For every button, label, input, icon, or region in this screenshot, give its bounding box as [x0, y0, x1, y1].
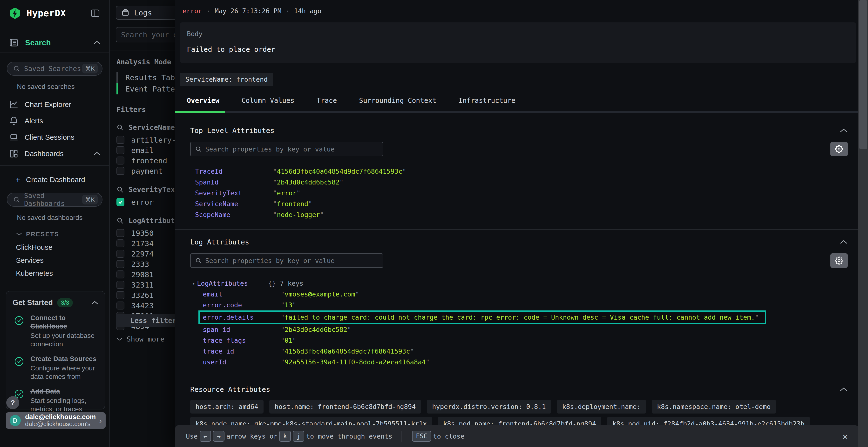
chevron-up-icon[interactable] — [93, 40, 100, 45]
resource-chip[interactable]: hyperdx.distro.version: 0.8.1 — [427, 400, 551, 414]
sidebar-item-services[interactable]: Services — [0, 254, 109, 266]
filter-option[interactable]: artillery-loadgen — [117, 135, 175, 145]
checkbox-unchecked[interactable] — [117, 146, 124, 154]
property-search[interactable] — [190, 253, 383, 268]
filter-option-label: 2333 — [131, 260, 149, 269]
search-section-label: Search — [25, 38, 51, 47]
event-search-input[interactable]: Search your events... — [116, 27, 175, 42]
sidebar-item-clickhouse[interactable]: ClickHouse — [0, 241, 109, 253]
tab-surrounding-context[interactable]: Surrounding Context — [359, 97, 436, 105]
attribute-row[interactable]: SpanId "2b43d0c4dd6bc582" — [190, 177, 848, 187]
resource-chip[interactable]: k8s.namespace.name: otel-demo — [652, 400, 776, 414]
log-attributes-root-row[interactable]: ▾ LogAttributes {} 7 keys — [190, 278, 848, 289]
checkbox-unchecked[interactable] — [117, 250, 124, 258]
tree-expander-icon[interactable]: ▾ — [190, 280, 197, 286]
chevron-up-icon[interactable] — [93, 151, 100, 156]
checkbox-unchecked[interactable] — [117, 291, 124, 299]
filter-option[interactable]: 19350 — [117, 228, 175, 238]
checkbox-checked[interactable] — [117, 198, 124, 206]
attribute-row[interactable]: userId "92a55156-39a4-11f0-8ddd-a2eca416… — [190, 357, 848, 368]
checkbox-unchecked[interactable] — [117, 136, 124, 144]
saved-dashboards-input[interactable]: Saved Dashboards ⌘K — [7, 193, 102, 207]
property-search-input[interactable] — [205, 257, 378, 265]
attributes-settings-button[interactable] — [830, 253, 848, 268]
get-started-item-connect[interactable]: Connect to ClickHouse Set up your databa… — [12, 314, 98, 348]
sidebar-item-search[interactable]: Search — [0, 35, 109, 50]
tab-trace[interactable]: Trace — [317, 97, 337, 105]
filter-option[interactable]: payment — [117, 166, 175, 176]
tab-column-values[interactable]: Column Values — [242, 97, 294, 105]
less-filters-button[interactable]: Less filters — [116, 314, 175, 327]
resource-chip[interactable]: host.arch: amd64 — [190, 400, 264, 414]
filter-option[interactable]: 21734 — [117, 238, 175, 248]
user-menu[interactable]: D dale@clickhouse.com dale@clickhouse.co… — [6, 412, 105, 429]
chevron-up-icon[interactable] — [840, 240, 848, 244]
attribute-row[interactable]: ServiceName "frontend" — [190, 199, 848, 209]
user-team: dale@clickhouse.com's — [25, 420, 97, 428]
checkbox-unchecked[interactable] — [117, 271, 124, 278]
sidebar-item-alerts[interactable]: Alerts — [0, 113, 109, 129]
checkbox-unchecked[interactable] — [117, 260, 124, 268]
attribute-row[interactable]: email "vmoses@example.com" — [190, 289, 848, 300]
sidebar-item-chart-explorer[interactable]: Chart Explorer — [0, 97, 109, 112]
filter-option[interactable]: frontend — [117, 156, 175, 166]
filter-option[interactable]: email — [117, 145, 175, 155]
sidebar-item-dashboards[interactable]: Dashboards — [0, 146, 109, 161]
filter-option[interactable]: 32311 — [117, 280, 175, 290]
mode-results-table[interactable]: Results Table — [117, 72, 175, 83]
show-more-button[interactable]: Show more — [117, 335, 175, 343]
checkbox-unchecked[interactable] — [117, 229, 124, 237]
sidebar-item-client-sessions[interactable]: Client Sessions — [0, 130, 109, 145]
attribute-row[interactable]: ScopeName "node-logger" — [190, 209, 848, 220]
filter-option[interactable]: 33261 — [117, 290, 175, 300]
create-dashboard-button[interactable]: + Create Dashboard — [0, 172, 109, 187]
filter-group-header[interactable]: ServiceName — [117, 123, 175, 132]
presets-toggle[interactable]: PRESETS — [0, 228, 109, 240]
help-button[interactable]: ? — [6, 396, 19, 409]
checkbox-unchecked[interactable] — [117, 157, 124, 165]
get-started-item-add-data[interactable]: Add Data Start sending logs, metrics, or… — [12, 387, 98, 413]
saved-searches-input[interactable]: Saved Searches ⌘K — [7, 62, 102, 76]
attribute-key: trace_flags — [203, 337, 281, 344]
tab-overview[interactable]: Overview — [187, 97, 219, 105]
chevron-up-icon[interactable] — [91, 301, 98, 305]
property-search[interactable] — [190, 142, 383, 156]
resource-chip[interactable]: k8s.deployment.name: — [557, 400, 646, 414]
attribute-value: "92a55156-39a4-11f0-8ddd-a2eca416a8a4" — [281, 358, 430, 366]
attribute-row[interactable]: SeverityText "error" — [190, 187, 848, 199]
attributes-settings-button[interactable] — [830, 142, 848, 156]
filter-option[interactable]: 34423 — [117, 301, 175, 310]
checkbox-unchecked[interactable] — [117, 239, 124, 247]
source-select[interactable]: Logs — [116, 6, 175, 20]
scrollbar-thumb[interactable] — [859, 0, 867, 149]
attribute-row[interactable]: span_id "2b43d0c4dd6bc582" — [190, 324, 848, 335]
tab-infrastructure[interactable]: Infrastructure — [459, 97, 516, 105]
property-search-input[interactable] — [205, 145, 378, 153]
filter-group-header[interactable]: SeverityText — [117, 185, 175, 194]
filter-option[interactable]: 29081 — [117, 270, 175, 279]
filter-option[interactable]: 2333 — [117, 259, 175, 269]
sidebar-item-kubernetes[interactable]: Kubernetes — [0, 267, 109, 279]
divider — [0, 53, 109, 53]
attribute-row[interactable]: trace_flags "01" — [190, 335, 848, 346]
collapse-sidebar-icon[interactable] — [90, 8, 100, 19]
checkbox-unchecked[interactable] — [117, 167, 124, 175]
chevron-up-icon[interactable] — [840, 128, 848, 133]
checkbox-unchecked[interactable] — [117, 281, 124, 289]
hyperdx-logo-icon — [9, 7, 21, 20]
resource-chip[interactable]: host.name: frontend-6b6c8d7bfd-ng894 — [269, 400, 421, 414]
chevron-up-icon[interactable] — [840, 387, 848, 392]
filter-group-header[interactable]: LogAttributes — [117, 216, 175, 225]
attribute-row-highlighted[interactable]: error.details "failed to charge card: co… — [198, 310, 766, 324]
mode-event-patterns[interactable]: Event Patterns — [117, 83, 175, 94]
attribute-row[interactable]: error.code "13" — [190, 300, 848, 310]
close-icon[interactable]: ✕ — [842, 431, 848, 441]
checkbox-unchecked[interactable] — [117, 302, 124, 309]
get-started-item-sources[interactable]: Create Data Sources Configure where your… — [12, 354, 98, 381]
service-name-tag[interactable]: ServiceName: frontend — [180, 73, 273, 86]
page-scrollbar[interactable] — [858, 0, 868, 447]
attribute-row[interactable]: trace_id "4156d3fbc40a64854d9dc7f6864159… — [190, 346, 848, 357]
attribute-row[interactable]: TraceId "4156d3fbc40a64854d9dc7f68641593… — [190, 166, 848, 177]
filter-option[interactable]: error — [117, 197, 175, 207]
filter-option[interactable]: 22974 — [117, 249, 175, 259]
